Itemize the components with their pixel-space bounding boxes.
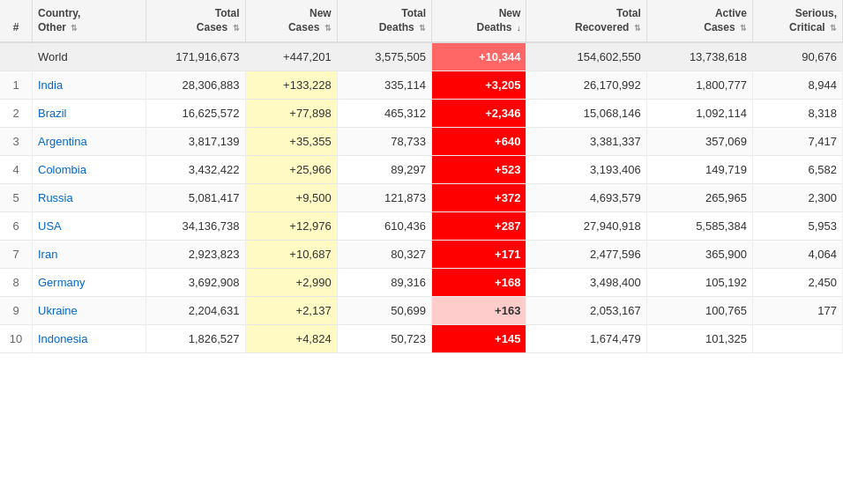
row-country[interactable]: Russia [33,184,146,212]
world-active-cases: 13,738,618 [646,42,752,71]
row-total-deaths: 50,699 [337,297,431,325]
row-country[interactable]: Colombia [33,156,146,184]
row-num: 8 [0,269,33,297]
table-header: # Country, Other ⇅ Total Cases ⇅ New Cas… [0,0,843,42]
country-link[interactable]: Ukraine [38,304,78,317]
country-link[interactable]: Colombia [38,163,86,176]
row-new-deaths: +171 [432,241,526,269]
row-active-cases: 105,192 [646,269,752,297]
row-serious: 8,318 [752,100,842,128]
row-new-cases: +12,976 [245,212,337,241]
country-link[interactable]: Brazil [38,107,67,120]
col-country[interactable]: Country, Other ⇅ [33,0,146,42]
row-total-deaths: 89,297 [337,156,431,184]
sort-total-cases-icon: ⇅ [233,24,240,34]
row-total-recovered: 3,498,400 [526,269,646,297]
row-new-cases: +10,687 [245,241,337,269]
country-link[interactable]: Indonesia [38,332,87,345]
country-link[interactable]: Russia [38,191,73,204]
sort-new-deaths-icon: ↓ [517,24,521,34]
row-serious: 4,064 [752,241,842,269]
row-new-deaths: +168 [432,269,526,297]
row-total-recovered: 3,381,337 [526,128,646,156]
col-total-cases[interactable]: Total Cases ⇅ [145,0,245,42]
country-link[interactable]: India [38,78,63,92]
world-new-deaths: +10,344 [432,42,526,71]
world-total-recovered: 154,602,550 [526,42,646,71]
row-active-cases: 100,765 [646,297,752,325]
row-num: 4 [0,156,33,184]
sort-total-recovered-icon: ⇅ [634,24,641,34]
row-total-recovered: 27,940,918 [526,212,646,241]
world-new-cases: +447,201 [245,42,337,71]
row-total-cases: 1,826,527 [145,325,245,353]
row-num: 10 [0,325,33,353]
row-total-recovered: 2,053,167 [526,297,646,325]
row-total-cases: 3,817,139 [145,128,245,156]
row-total-cases: 34,136,738 [145,212,245,241]
row-total-deaths: 50,723 [337,325,431,353]
row-total-cases: 2,204,631 [145,297,245,325]
row-total-deaths: 78,733 [337,128,431,156]
row-country[interactable]: Argentina [33,128,146,156]
col-new-cases[interactable]: New Cases ⇅ [245,0,337,42]
col-active-cases[interactable]: Active Cases ⇅ [646,0,752,42]
covid-table: # Country, Other ⇅ Total Cases ⇅ New Cas… [0,0,843,353]
row-total-cases: 28,306,883 [145,71,245,100]
sort-serious-icon: ⇅ [830,24,837,34]
row-country[interactable]: Ukraine [33,297,146,325]
row-total-deaths: 121,873 [337,184,431,212]
row-active-cases: 1,092,114 [646,100,752,128]
row-total-recovered: 26,170,992 [526,71,646,100]
sort-new-cases-icon: ⇅ [325,24,332,34]
row-country[interactable]: Iran [33,241,146,269]
row-new-deaths: +640 [432,128,526,156]
row-new-cases: +133,228 [245,71,337,100]
row-country[interactable]: Brazil [33,100,146,128]
row-new-deaths: +372 [432,184,526,212]
col-new-deaths[interactable]: New Deaths ↓ [432,0,526,42]
col-total-deaths[interactable]: Total Deaths ⇅ [337,0,431,42]
row-active-cases: 357,069 [646,128,752,156]
row-country[interactable]: USA [33,212,146,241]
row-num: 3 [0,128,33,156]
row-new-cases: +25,966 [245,156,337,184]
row-total-deaths: 610,436 [337,212,431,241]
world-serious: 90,676 [752,42,842,71]
row-total-cases: 3,432,422 [145,156,245,184]
table-row: 9Ukraine2,204,631+2,13750,699+1632,053,1… [0,297,843,325]
row-num: 9 [0,297,33,325]
row-new-cases: +9,500 [245,184,337,212]
row-active-cases: 149,719 [646,156,752,184]
row-country[interactable]: India [33,71,146,100]
row-num: 7 [0,241,33,269]
row-active-cases: 101,325 [646,325,752,353]
row-country[interactable]: Indonesia [33,325,146,353]
row-active-cases: 5,585,384 [646,212,752,241]
col-total-recovered[interactable]: Total Recovered ⇅ [526,0,646,42]
col-serious[interactable]: Serious, Critical ⇅ [752,0,842,42]
col-num[interactable]: # [0,0,33,42]
table-row: 5Russia5,081,417+9,500121,873+3724,693,5… [0,184,843,212]
row-new-cases: +2,137 [245,297,337,325]
row-new-deaths: +523 [432,156,526,184]
row-country[interactable]: Germany [33,269,146,297]
row-new-deaths: +2,346 [432,100,526,128]
row-total-deaths: 89,316 [337,269,431,297]
row-serious: 8,944 [752,71,842,100]
row-serious: 6,582 [752,156,842,184]
world-row: World 171,916,673 +447,201 3,575,505 +10… [0,42,843,71]
country-link[interactable]: USA [38,219,62,233]
country-link[interactable]: Germany [38,276,85,289]
country-link[interactable]: Argentina [38,135,87,148]
table-row: 1India28,306,883+133,228335,114+3,20526,… [0,71,843,100]
row-total-recovered: 15,068,146 [526,100,646,128]
row-num: 1 [0,71,33,100]
row-active-cases: 1,800,777 [646,71,752,100]
sort-country-icon: ⇅ [71,24,78,34]
row-total-recovered: 2,477,596 [526,241,646,269]
row-num: 5 [0,184,33,212]
country-link[interactable]: Iran [38,248,57,261]
row-new-deaths: +3,205 [432,71,526,100]
row-serious [752,325,842,353]
